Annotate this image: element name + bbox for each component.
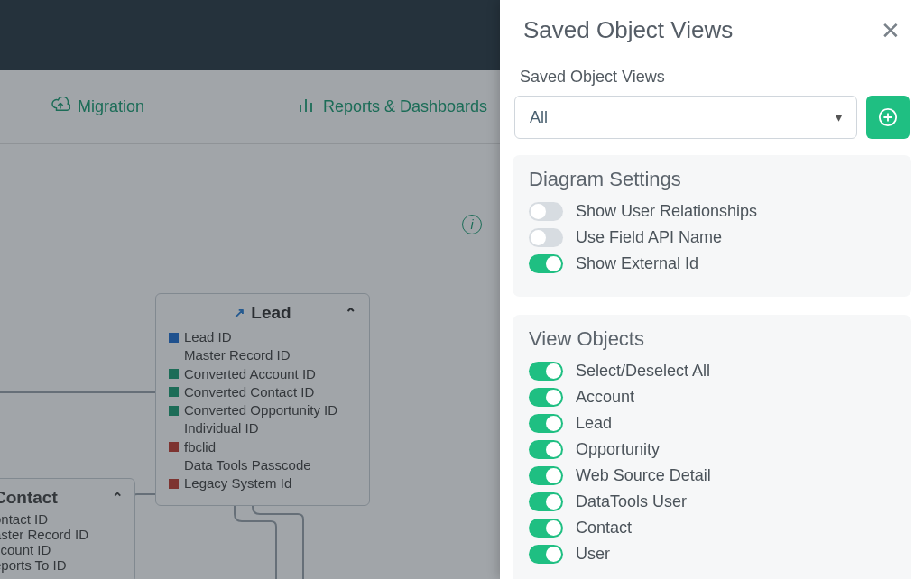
view-object-toggle[interactable] [529,414,563,433]
view-objects-title: View Objects [529,327,895,351]
saved-view-select[interactable]: All ▾ [514,96,857,139]
saved-views-panel: Saved Object Views ✕ Saved Object Views … [500,0,924,579]
view-object-row: Lead [529,414,895,433]
view-object-toggle[interactable] [529,388,563,407]
diagram-setting-row: Show User Relationships [529,202,895,221]
view-object-toggle[interactable] [529,545,563,564]
view-object-label: Opportunity [576,440,660,459]
view-object-row: Account [529,388,895,407]
diagram-setting-label: Show External Id [576,254,698,273]
diagram-settings-title: Diagram Settings [529,168,895,191]
close-icon[interactable]: ✕ [881,19,901,42]
diagram-setting-row: Show External Id [529,254,895,273]
panel-title: Saved Object Views [523,16,733,44]
view-object-label: Lead [576,414,612,433]
view-object-row: Select/Deselect All [529,362,895,381]
diagram-setting-toggle[interactable] [529,254,563,273]
select-value: All [530,108,548,127]
view-object-row: DataTools User [529,492,895,511]
view-object-row: User [529,545,895,564]
chevron-down-icon: ▾ [836,110,842,124]
view-object-label: Contact [576,519,632,538]
view-object-toggle[interactable] [529,492,563,511]
view-object-row: Web Source Detail [529,466,895,485]
diagram-setting-toggle[interactable] [529,228,563,247]
diagram-setting-toggle[interactable] [529,202,563,221]
view-object-label: Account [576,388,634,407]
view-object-toggle[interactable] [529,440,563,459]
diagram-setting-row: Use Field API Name [529,228,895,247]
diagram-setting-label: Show User Relationships [576,202,757,221]
add-view-button[interactable] [866,96,910,139]
select-label: Saved Object Views [520,68,911,87]
plus-circle-icon [878,107,898,127]
view-object-label: Select/Deselect All [576,362,710,381]
view-object-toggle[interactable] [529,519,563,538]
view-object-label: User [576,545,610,564]
view-object-toggle[interactable] [529,362,563,381]
view-objects-section: View Objects Select/Deselect AllAccountL… [513,315,911,579]
panel-header: Saved Object Views ✕ [500,0,924,64]
diagram-settings-section: Diagram Settings Show User Relationships… [513,155,911,297]
diagram-setting-label: Use Field API Name [576,228,722,247]
view-object-toggle[interactable] [529,466,563,485]
view-object-row: Opportunity [529,440,895,459]
view-object-row: Contact [529,519,895,538]
view-object-label: DataTools User [576,492,687,511]
view-object-label: Web Source Detail [576,466,711,485]
